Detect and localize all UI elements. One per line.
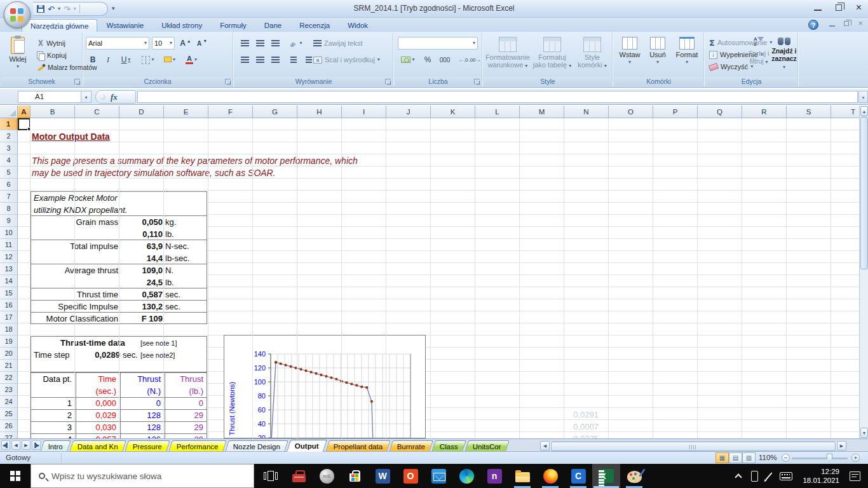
row-header-16[interactable]: 16 (0, 299, 18, 311)
align-center-button[interactable] (253, 53, 267, 67)
row-header-15[interactable]: 15 (0, 287, 18, 299)
zoom-slider-thumb[interactable] (827, 454, 832, 461)
sheet-tab-pressure[interactable]: Pressure (125, 440, 170, 452)
cut-button[interactable]: Wytnij (36, 37, 67, 49)
conditional-formatting-button[interactable]: Formatowaniewarunkowe ▾ (485, 34, 531, 75)
column-header-D[interactable]: D (119, 105, 164, 118)
row-header-8[interactable]: 8 (0, 203, 18, 215)
taskbar-clock[interactable]: 12:29 18.01.2021 (803, 467, 839, 485)
scroll-down-icon[interactable]: ▼ (860, 428, 868, 438)
column-header-E[interactable]: E (164, 105, 208, 118)
touch-keyboard-icon[interactable] (780, 472, 792, 480)
restore-button[interactable] (836, 4, 842, 11)
decrease-indent-button[interactable] (287, 53, 301, 67)
name-box[interactable]: A1 (18, 91, 81, 103)
sheet-tab-burnrate[interactable]: Burnrate (389, 440, 433, 452)
formula-input[interactable] (137, 91, 858, 103)
row-header-25[interactable]: 25 (0, 408, 18, 420)
name-box-dropdown-icon[interactable]: ▾ (81, 91, 92, 103)
sheet-tab-nozzle-design[interactable]: Nozzle Design (225, 440, 288, 452)
formula-bar-expand-icon[interactable]: ▾ (858, 91, 868, 103)
close-button[interactable]: × (856, 4, 862, 11)
row-header-2[interactable]: 2 (0, 130, 18, 142)
page-layout-view-button[interactable]: ▤ (729, 452, 742, 463)
row-header-3[interactable]: 3 (0, 142, 18, 154)
zoom-slider-track[interactable] (792, 458, 848, 459)
number-dialog-launcher-icon[interactable] (474, 79, 480, 85)
row-header-17[interactable]: 17 (0, 311, 18, 323)
row-header-10[interactable]: 10 (0, 227, 18, 239)
row-header-18[interactable]: 18 (0, 323, 18, 336)
column-header-T[interactable]: T (831, 105, 859, 118)
font-color-button[interactable]: A▾ (182, 53, 201, 67)
scroll-left-icon[interactable]: ◀ (540, 441, 550, 451)
column-header-Q[interactable]: Q (698, 105, 742, 118)
column-header-C[interactable]: C (75, 105, 119, 118)
row-header-22[interactable]: 22 (0, 372, 18, 384)
align-bottom-button[interactable] (268, 36, 282, 50)
zoom-in-button[interactable]: + (851, 454, 860, 462)
taskbar-app-edge[interactable] (452, 464, 480, 488)
insert-function-button[interactable]: fx (95, 90, 136, 104)
sort-filter-button[interactable]: Sortuj ifiltruj ▾ (745, 36, 773, 65)
taskbar-app-paint[interactable] (620, 464, 648, 488)
row-header-6[interactable]: 6 (0, 179, 18, 191)
taskbar-app-excel[interactable]: X (592, 464, 620, 488)
row-header-26[interactable]: 26 (0, 420, 18, 432)
find-select-button[interactable]: Znajdź izaznacz ▾ (770, 36, 798, 70)
ribbon-tab-narz-dzia-g-wne[interactable]: Narzędzia główne (22, 19, 97, 32)
row-header-1[interactable]: 1 (0, 118, 18, 130)
prev-sheet-button[interactable]: ◀ (11, 440, 20, 450)
workbook-minimize-button[interactable] (829, 25, 835, 27)
vertical-scroll-thumb[interactable] (860, 117, 868, 269)
row-header-9[interactable]: 9 (0, 215, 18, 227)
clipboard-dialog-launcher-icon[interactable] (74, 79, 80, 85)
align-middle-button[interactable] (253, 36, 267, 50)
insert-cells-button[interactable]: Wstaw▾ (616, 34, 643, 75)
ribbon-tab-uk-ad-strony[interactable]: Układ strony (153, 18, 211, 32)
font-dialog-launcher-icon[interactable] (225, 79, 231, 85)
column-header-S[interactable]: S (787, 105, 831, 118)
accounting-format-button[interactable]: ▾ (398, 53, 418, 67)
underline-button[interactable]: U▾ (116, 53, 135, 67)
column-header-P[interactable]: P (653, 105, 698, 118)
select-all-corner[interactable] (0, 105, 18, 118)
start-button[interactable] (0, 464, 31, 488)
sheet-canvas[interactable]: Motor Output Data This page presents a s… (18, 118, 859, 438)
number-format-combo[interactable]: ▾ (398, 37, 478, 50)
sheet-tab-class[interactable]: Class (431, 440, 466, 452)
row-header-20[interactable]: 20 (0, 348, 18, 360)
zoom-level[interactable]: 110% (759, 454, 777, 461)
ribbon-tab-recenzja[interactable]: Recenzja (290, 18, 339, 32)
row-header-14[interactable]: 14 (0, 275, 18, 287)
orientation-button[interactable]: ▾ (287, 36, 306, 50)
row-header-4[interactable]: 4 (0, 154, 18, 166)
row-header-21[interactable]: 21 (0, 360, 18, 372)
horizontal-scrollbar[interactable]: ◀ ▶ (540, 440, 846, 451)
column-header-B[interactable]: B (31, 105, 75, 118)
font-name-combo[interactable]: Arial▾ (86, 37, 149, 50)
ribbon-tab-dane[interactable]: Dane (255, 18, 291, 32)
row-header-11[interactable]: 11 (0, 239, 18, 251)
fill-color-button[interactable]: ▾ (160, 53, 179, 67)
next-sheet-button[interactable]: ▶ (22, 440, 31, 450)
borders-button[interactable]: ▾ (139, 53, 158, 67)
grow-font-button[interactable]: A▲ (178, 36, 193, 50)
row-header-19[interactable]: 19 (0, 336, 18, 348)
taskbar-app-firefox[interactable] (536, 464, 564, 488)
column-header-I[interactable]: I (342, 105, 386, 118)
comma-style-button[interactable]: 000 (436, 53, 454, 67)
cell-styles-button[interactable]: Stylekomórki ▾ (574, 34, 611, 75)
align-top-button[interactable] (238, 36, 252, 50)
column-header-M[interactable]: M (520, 105, 564, 118)
taskbar-search-input[interactable]: Wpisz tu wyszukiwane słowa (31, 464, 254, 488)
sheet-tab-performance[interactable]: Performance (168, 440, 227, 452)
format-cells-button[interactable]: Format▾ (672, 34, 702, 75)
scroll-right-icon[interactable]: ▶ (837, 441, 846, 451)
row-header-12[interactable]: 12 (0, 251, 18, 263)
active-cell-A1[interactable] (18, 118, 31, 130)
workbook-close-button[interactable]: × (858, 20, 863, 27)
minimize-button[interactable] (814, 10, 822, 11)
column-header-G[interactable]: G (253, 105, 297, 118)
phone-icon[interactable] (751, 471, 758, 482)
